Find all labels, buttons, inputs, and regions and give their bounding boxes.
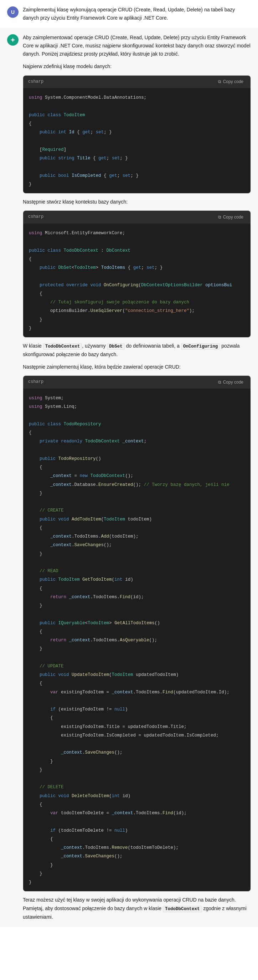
step3-explanation: W klasie TodoDbContext, używamy DbSet do…	[23, 342, 251, 359]
user-avatar: U	[7, 6, 19, 18]
code-content-1: using System.ComponentModel.DataAnnotati…	[29, 95, 147, 187]
copy-label-3: Copy code	[223, 380, 244, 385]
assistant-avatar	[7, 34, 19, 46]
code-block-2-header: csharp ⧉ Copy code	[23, 211, 250, 224]
code-lang-1: csharp	[28, 78, 43, 86]
code-pre-3: using System; using System.Linq; public …	[23, 388, 250, 891]
copy-label-2: Copy code	[223, 215, 244, 220]
code-pre-1: using System.ComponentModel.DataAnnotati…	[23, 88, 250, 193]
code-block-1-header: csharp ⧉ Copy code	[23, 76, 250, 88]
code-block-3: csharp ⧉ Copy code using System; using S…	[23, 375, 251, 892]
assistant-message-content: Aby zaimplementować operacje CRUD (Creat…	[23, 33, 251, 921]
copy-button-1[interactable]: ⧉ Copy code	[216, 78, 245, 85]
copy-button-3[interactable]: ⧉ Copy code	[216, 379, 245, 385]
intro-paragraph: Aby zaimplementować operacje CRUD (Creat…	[23, 33, 251, 58]
copy-icon-2: ⧉	[218, 215, 221, 220]
assistant-message-row: Aby zaimplementować operacje CRUD (Creat…	[0, 28, 258, 927]
code-content-2: using Microsoft.EntityFrameworkCore; pub…	[29, 231, 232, 331]
user-message-paragraph: Zaimplementuj klasę wykonującą operacje …	[23, 6, 251, 22]
step2-label: Następnie stwórz klasę kontekstu bazy da…	[23, 198, 251, 206]
copy-button-2[interactable]: ⧉ Copy code	[216, 214, 245, 220]
copy-icon-1: ⧉	[218, 79, 221, 84]
outro-inline-code: TodoDbContext	[163, 906, 202, 912]
step3-inline-code-2: DbSet	[107, 343, 125, 350]
code-block-2: csharp ⧉ Copy code using Microsoft.Entit…	[23, 210, 251, 337]
user-message-text: Zaimplementuj klasę wykonującą operacje …	[23, 6, 251, 22]
code-lang-3: csharp	[28, 379, 43, 386]
code-lang-2: csharp	[28, 213, 43, 221]
step3-inline-code-3: OnConfiguring	[181, 343, 220, 350]
ai-icon	[10, 37, 16, 43]
copy-label-1: Copy code	[223, 79, 244, 84]
copy-icon-3: ⧉	[218, 380, 221, 385]
assistant-message-text: Aby zaimplementować operacje CRUD (Creat…	[23, 33, 251, 921]
step4-label: Następnie zaimplementuj klasę, która będ…	[23, 363, 251, 371]
step1-label: Najpierw zdefiniuj klasę modelu danych:	[23, 62, 251, 71]
outro-paragraph: Teraz możesz użyć tej klasy w swojej apl…	[23, 896, 251, 921]
step3-inline-code-1: TodoDbContext	[43, 343, 82, 350]
code-block-1: csharp ⧉ Copy code using System.Componen…	[23, 75, 251, 194]
chat-container: U Zaimplementuj klasę wykonującą operacj…	[0, 0, 258, 927]
user-message-row: U Zaimplementuj klasę wykonującą operacj…	[0, 0, 258, 28]
user-message-content: Zaimplementuj klasę wykonującą operacje …	[23, 6, 251, 22]
code-block-3-header: csharp ⧉ Copy code	[23, 376, 250, 388]
code-pre-2: using Microsoft.EntityFrameworkCore; pub…	[23, 224, 250, 337]
code-content-3: using System; using System.Linq; public …	[29, 396, 229, 885]
user-avatar-label: U	[11, 8, 14, 16]
